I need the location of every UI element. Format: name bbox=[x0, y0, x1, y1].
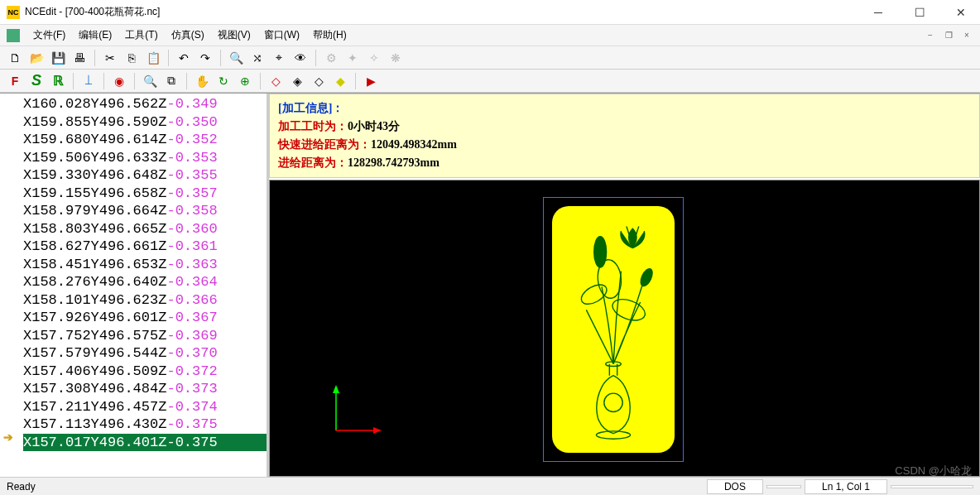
bookmark-icon[interactable]: ⌖ bbox=[269, 49, 289, 67]
code-line[interactable]: X157.113Y496.430Z-0.375 bbox=[23, 416, 267, 434]
info-header: [加工信息]： bbox=[278, 102, 343, 114]
cut-icon[interactable]: ✂ bbox=[100, 49, 120, 67]
menu-window[interactable]: 窗口(W) bbox=[257, 28, 306, 42]
window-controls: ─ ☐ ✕ bbox=[866, 6, 973, 19]
status-tail bbox=[891, 485, 973, 488]
code-line[interactable]: X157.926Y496.601Z-0.367 bbox=[23, 309, 267, 327]
status-position: Ln 1, Col 1 bbox=[805, 479, 887, 494]
find-icon[interactable]: 🔍 bbox=[226, 49, 246, 67]
undo-icon[interactable]: ↶ bbox=[174, 49, 194, 67]
s-button[interactable]: S bbox=[26, 72, 46, 90]
menu-tool[interactable]: 工具(T) bbox=[118, 28, 164, 42]
fit-icon[interactable]: ⊕ bbox=[235, 72, 255, 90]
time-label: 加工工时为： bbox=[278, 120, 348, 132]
tool3-icon[interactable]: ✧ bbox=[364, 49, 384, 67]
binoculars-icon[interactable]: 👁 bbox=[291, 49, 310, 67]
tool4-icon[interactable]: ❋ bbox=[386, 49, 406, 67]
code-line[interactable]: X157.406Y496.509Z-0.372 bbox=[23, 363, 267, 381]
iso3-icon[interactable]: ◇ bbox=[309, 72, 329, 90]
svg-point-2 bbox=[604, 393, 622, 411]
title-bar: NC NCEdit - [700-400花瓶荷花.nc] ─ ☐ ✕ bbox=[0, 0, 980, 25]
mdi-close-button[interactable]: × bbox=[960, 31, 973, 40]
svg-marker-9 bbox=[333, 385, 339, 393]
code-line[interactable]: X159.330Y496.648Z-0.355 bbox=[23, 166, 267, 185]
redo-icon[interactable]: ↷ bbox=[195, 49, 215, 67]
zoom-icon[interactable]: 🔍 bbox=[140, 72, 160, 90]
code-line[interactable]: X158.979Y496.664Z-0.358 bbox=[23, 202, 267, 220]
code-line[interactable]: X159.680Y496.614Z-0.352 bbox=[23, 131, 267, 149]
menu-file[interactable]: 文件(F) bbox=[26, 28, 72, 42]
view-toolbar: F S ℝ ⟘ ◉ 🔍 ⧉ ✋ ↻ ⊕ ◇ ◈ ◇ ◆ ▶ bbox=[0, 70, 980, 93]
code-line[interactable]: X158.451Y496.653Z-0.363 bbox=[23, 256, 267, 274]
feed-value: 128298.742793mm bbox=[348, 156, 440, 169]
code-line[interactable]: X160.028Y496.562Z-0.349 bbox=[23, 95, 267, 113]
iso4-icon[interactable]: ◆ bbox=[330, 72, 350, 90]
menu-sim[interactable]: 仿真(S) bbox=[165, 28, 211, 42]
watermark: CSDN @小哈龙 bbox=[895, 464, 972, 478]
code-line[interactable]: X158.803Y496.665Z-0.360 bbox=[23, 220, 267, 238]
svg-point-0 bbox=[596, 431, 630, 439]
maximize-button[interactable]: ☐ bbox=[907, 6, 932, 19]
code-line[interactable]: X159.855Y496.590Z-0.350 bbox=[23, 113, 267, 132]
find-next-icon[interactable]: ⤭ bbox=[247, 49, 267, 67]
svg-point-4 bbox=[610, 296, 648, 324]
menu-help[interactable]: 帮助(H) bbox=[306, 28, 353, 42]
iso1-icon[interactable]: ◇ bbox=[266, 72, 286, 90]
zoom-window-icon[interactable]: ⧉ bbox=[161, 72, 181, 90]
play-button[interactable]: ▶ bbox=[361, 72, 381, 90]
code-line[interactable]: X157.752Y496.575Z-0.369 bbox=[23, 327, 267, 345]
close-button[interactable]: ✕ bbox=[949, 6, 973, 19]
svg-marker-11 bbox=[373, 427, 382, 434]
mdi-minimize-button[interactable]: − bbox=[924, 31, 937, 40]
code-line[interactable]: X158.276Y496.640Z-0.364 bbox=[23, 273, 267, 291]
standard-toolbar: 🗋 📂 💾 🖶 ✂ ⎘ 📋 ↶ ↷ 🔍 ⤭ ⌖ 👁 ⚙ ✦ ✧ ❋ bbox=[0, 46, 980, 70]
svg-point-6 bbox=[594, 237, 607, 267]
code-line[interactable]: X157.579Y496.544Z-0.370 bbox=[23, 344, 267, 363]
rotate-icon[interactable]: ↻ bbox=[214, 72, 233, 90]
mdi-restore-button[interactable]: ❐ bbox=[942, 31, 955, 40]
coordinate-axis-icon bbox=[328, 385, 386, 443]
tool2-icon[interactable]: ✦ bbox=[343, 49, 363, 67]
content-area: ➔ X160.028Y496.562Z-0.349X159.855Y496.59… bbox=[0, 93, 980, 477]
rapid-label: 快速进给距离为： bbox=[278, 138, 371, 151]
open-icon[interactable]: 📂 bbox=[26, 49, 46, 67]
status-bar: Ready DOS Ln 1, Col 1 bbox=[0, 477, 980, 495]
print-icon[interactable]: 🖶 bbox=[70, 49, 89, 67]
iso2-icon[interactable]: ◈ bbox=[287, 72, 307, 90]
status-encoding: DOS bbox=[707, 479, 763, 494]
pick-tool-icon[interactable]: ⟘ bbox=[79, 72, 98, 90]
graphics-viewport[interactable] bbox=[269, 180, 980, 477]
code-line[interactable]: X157.211Y496.457Z-0.374 bbox=[23, 398, 267, 416]
target-icon[interactable]: ◉ bbox=[109, 72, 129, 90]
machining-info: [加工信息]： 加工工时为：0小时43分 快速进给距离为：12049.49834… bbox=[269, 94, 980, 178]
app-logo-icon: NC bbox=[7, 6, 20, 19]
tool1-icon[interactable]: ⚙ bbox=[321, 49, 341, 67]
menu-bar: 文件(F) 编辑(E) 工具(T) 仿真(S) 视图(V) 窗口(W) 帮助(H… bbox=[0, 25, 980, 46]
save-icon[interactable]: 💾 bbox=[48, 49, 68, 67]
fr-button[interactable]: ℝ bbox=[48, 72, 68, 90]
code-line[interactable]: X158.627Y496.661Z-0.361 bbox=[23, 238, 267, 256]
pan-icon[interactable]: ✋ bbox=[192, 72, 212, 90]
menu-edit[interactable]: 编辑(E) bbox=[72, 28, 118, 42]
status-empty bbox=[766, 485, 801, 488]
workpiece-boundary bbox=[543, 197, 684, 462]
current-line-arrow-icon: ➔ bbox=[3, 430, 13, 444]
code-line[interactable]: X159.506Y496.633Z-0.353 bbox=[23, 149, 267, 167]
code-line[interactable]: X158.101Y496.623Z-0.366 bbox=[23, 291, 267, 310]
toolpath-shape bbox=[552, 206, 675, 453]
time-value: 0小时43分 bbox=[348, 120, 400, 132]
minimize-button[interactable]: ─ bbox=[866, 6, 891, 19]
fs-button[interactable]: F bbox=[5, 72, 25, 90]
paste-icon[interactable]: 📋 bbox=[143, 49, 163, 67]
copy-icon[interactable]: ⎘ bbox=[122, 49, 142, 67]
feed-label: 进给距离为： bbox=[278, 156, 348, 169]
rapid-value: 12049.498342mm bbox=[371, 138, 457, 151]
menu-view[interactable]: 视图(V) bbox=[211, 28, 257, 42]
code-line[interactable]: X157.308Y496.484Z-0.373 bbox=[23, 380, 267, 398]
code-editor[interactable]: ➔ X160.028Y496.562Z-0.349X159.855Y496.59… bbox=[0, 94, 269, 477]
new-icon[interactable]: 🗋 bbox=[5, 49, 25, 67]
code-line[interactable]: X159.155Y496.658Z-0.357 bbox=[23, 185, 267, 203]
doc-icon bbox=[7, 29, 20, 42]
status-ready: Ready bbox=[7, 481, 704, 493]
code-line[interactable]: X157.017Y496.401Z-0.375 bbox=[23, 434, 267, 452]
